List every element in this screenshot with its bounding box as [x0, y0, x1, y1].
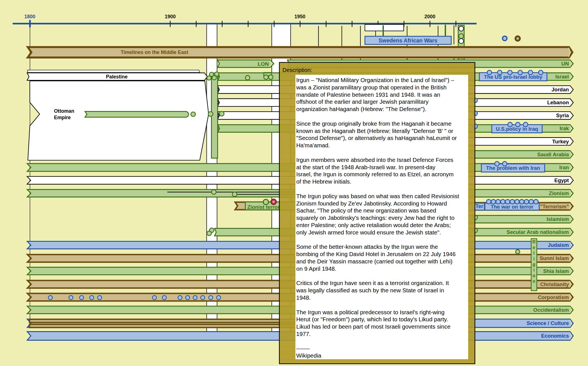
svg-text:Judaism: Judaism — [548, 242, 569, 248]
svg-text:Science / Culture: Science / Culture — [527, 320, 569, 326]
svg-text:Egypt: Egypt — [555, 177, 569, 183]
svg-text:on 9 April 1948.: on 9 April 1948. — [296, 265, 336, 272]
svg-text:Lebanon: Lebanon — [547, 100, 569, 105]
svg-text:Since the group originally bro: Since the group originally broke from th… — [296, 120, 452, 127]
svg-text:e: e — [533, 245, 535, 250]
svg-text:Ottoman: Ottoman — [54, 108, 74, 114]
svg-text:Economics: Economics — [541, 333, 569, 339]
svg-text:of the Hebrew initials.: of the Hebrew initials. — [296, 178, 351, 185]
svg-text:Likud has led or been part of: Likud has led or been part of most Israe… — [296, 323, 450, 330]
svg-text:l: l — [533, 251, 535, 256]
svg-text:1900: 1900 — [165, 14, 176, 19]
svg-text:i: i — [533, 268, 535, 272]
svg-text:Shia Islam: Shia Islam — [543, 268, 569, 274]
svg-text:Secular Arab nationalism: Secular Arab nationalism — [507, 229, 569, 235]
svg-text:Islamism: Islamism — [547, 216, 569, 222]
svg-text:The problem with Iran: The problem with Iran — [486, 165, 540, 171]
svg-text:Irgun – "National Military Org: Irgun – "National Military Organization … — [296, 77, 454, 83]
svg-text:1950: 1950 — [295, 14, 306, 19]
svg-text:and the Deir Yassin massacre (: and the Deir Yassin massacre (carried ou… — [296, 258, 452, 265]
svg-text:Occidentalism: Occidentalism — [533, 307, 569, 313]
svg-text:1800: 1800 — [24, 14, 35, 19]
svg-text:"Second Defense"), or alternat: "Second Defense"), or alternatively as h… — [296, 135, 457, 141]
svg-text:The US pro-Israel lobby: The US pro-Israel lobby — [484, 74, 542, 80]
svg-text:Corporatism: Corporatism — [538, 294, 569, 300]
svg-text:Saudi Arabia: Saudi Arabia — [537, 152, 569, 157]
svg-text:The Irgun policy was based on: The Irgun policy was based on what was t… — [296, 193, 459, 199]
svg-text:Zionist terror: Zionist terror — [247, 204, 280, 210]
svg-text:i: i — [533, 256, 535, 261]
svg-text:UN: UN — [561, 61, 569, 67]
svg-text:mandate of Palestine between 1: mandate of Palestine between 1931 and 19… — [296, 91, 440, 98]
svg-text:at the start of the 1948 Arab-: at the start of the 1948 Arab-Israeli wa… — [296, 164, 436, 170]
svg-text:enter Palestine; only active r: enter Palestine; only active retaliation… — [296, 222, 451, 228]
svg-text:Jordan: Jordan — [551, 87, 569, 92]
svg-text:Critics of the Irgun have seen: Critics of the Irgun have seen it as a t… — [296, 280, 449, 286]
svg-text:Ha'ma'amad.: Ha'ma'amad. — [296, 142, 330, 148]
svg-text:Timelines on the Middle East: Timelines on the Middle East — [121, 49, 188, 55]
svg-text:g: g — [533, 262, 535, 267]
svg-text:Wikipedia: Wikipedia — [296, 352, 321, 359]
svg-text:was legally classified as such: was legally classified as such by the ne… — [296, 287, 444, 293]
svg-text:Sunni Islam: Sunni Islam — [540, 255, 569, 261]
svg-text:Israel: Israel — [555, 74, 569, 80]
svg-text:Some of the better-known attac: Some of the better-known attacks by the … — [296, 243, 438, 250]
svg-text:Description:: Description: — [282, 67, 312, 73]
svg-text:Turkey: Turkey — [552, 139, 569, 144]
svg-text:Irgun members were absorbed in: Irgun members were absorbed into the Isr… — [296, 157, 453, 163]
svg-text:Israel, the Irgun is commonly: Israel, the Irgun is commonly referred t… — [296, 171, 454, 177]
svg-text:Iran: Iran — [559, 164, 569, 170]
svg-text:Zionism founded by Ze'ev Jabot: Zionism founded by Ze'ev Jabotinsky. Acc… — [296, 200, 447, 207]
svg-text:n: n — [533, 279, 535, 284]
svg-text:Herut (or "Freedom") party, wh: Herut (or "Freedom") party, which led to… — [296, 316, 448, 322]
svg-text:1948.: 1948. — [296, 294, 311, 301]
svg-text:offshoot of the earlier and la: offshoot of the earlier and larger Jewis… — [296, 98, 429, 105]
svg-text:Syria: Syria — [556, 112, 569, 118]
svg-text:1977.: 1977. — [296, 331, 311, 337]
svg-text:organization haHaganah (Hebrew: organization haHaganah (Hebrew: "The Def… — [296, 106, 426, 112]
svg-text:o: o — [533, 273, 535, 278]
svg-text:Empire: Empire — [54, 115, 71, 120]
svg-text:LON: LON — [258, 61, 269, 67]
svg-text:2000: 2000 — [425, 14, 436, 19]
svg-text:Ter: Ter — [475, 203, 483, 209]
svg-text:-------: ------- — [296, 345, 310, 352]
svg-text:The Irgun was a political pred: The Irgun was a political predecessor to… — [296, 309, 445, 315]
svg-text:known as the Haganah Bet (Hebr: known as the Haganah Bet (Hebrew: litera… — [296, 128, 453, 134]
svg-text:Zionism: Zionism — [549, 190, 569, 196]
svg-text:"Terrorism": "Terrorism" — [540, 204, 569, 209]
svg-text:Palestine: Palestine — [106, 74, 128, 80]
svg-text:only Jewish armed force would: only Jewish armed force would ensure the… — [296, 229, 441, 236]
svg-text:Irak: Irak — [560, 125, 569, 131]
svg-text:was a Zionist paramilitary gro: was a Zionist paramilitary group that op… — [296, 84, 446, 91]
svg-text:squarely on Jabotinsky's teach: squarely on Jabotinsky's teachings: ever… — [296, 214, 454, 221]
svg-text:Sachar, "The policy of the new: Sachar, "The policy of the new organizat… — [296, 207, 436, 214]
svg-text:Christianity: Christianity — [540, 281, 569, 287]
svg-text:bombing of the King David Hote: bombing of the King David Hotel in Jerus… — [296, 251, 455, 257]
svg-text:R: R — [532, 240, 536, 244]
svg-text:Swedens African Wars: Swedens African Wars — [379, 37, 437, 44]
svg-text:The war on terror: The war on terror — [491, 204, 533, 210]
